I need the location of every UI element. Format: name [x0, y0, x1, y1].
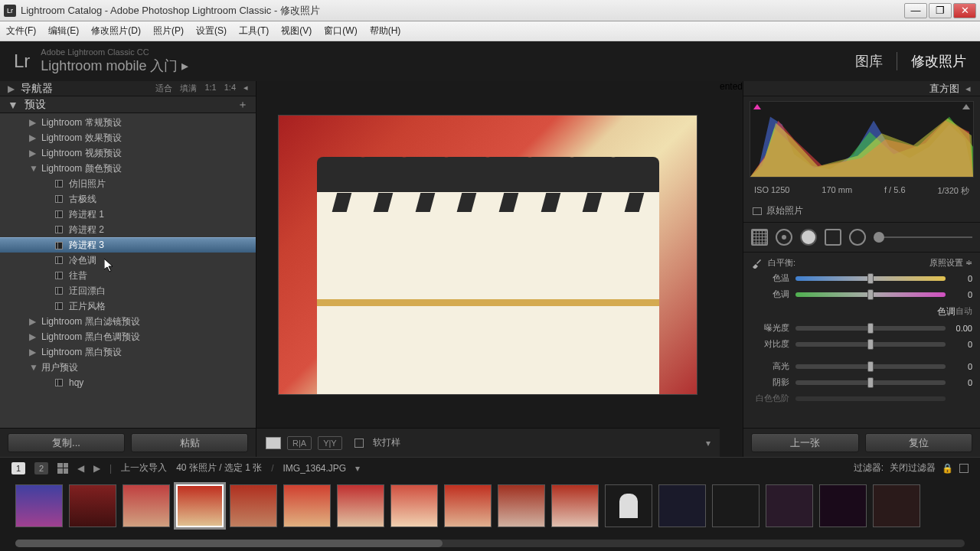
- previous-button[interactable]: 上一张: [751, 433, 859, 452]
- redeye-tool-icon[interactable]: [800, 229, 817, 246]
- close-button[interactable]: ✕: [953, 3, 976, 18]
- crop-tool-icon[interactable]: [751, 229, 768, 246]
- thumbnail[interactable]: [337, 484, 384, 527]
- preset-group-color[interactable]: ▼Lightroom 颜色预设: [0, 161, 256, 176]
- temperature-slider[interactable]: 色温 0: [751, 270, 972, 286]
- wb-dropdown[interactable]: 原照设置 ≑: [929, 257, 972, 269]
- graduated-filter-icon[interactable]: [825, 229, 841, 246]
- loupe-view-icon[interactable]: [266, 437, 281, 449]
- preset-cold-tone[interactable]: 冷色调: [0, 253, 256, 268]
- compare-before-after-icon[interactable]: R|A: [287, 436, 312, 450]
- preset-group-bw[interactable]: ▶Lightroom 黑白预设: [0, 344, 256, 360]
- tab-develop[interactable]: 修改照片: [911, 52, 966, 70]
- copy-button[interactable]: 复制...: [8, 433, 125, 452]
- preset-bleach-bypass[interactable]: 迂回漂白: [0, 283, 256, 298]
- zoom-dropdown-icon[interactable]: ◂: [243, 83, 248, 94]
- preset-cross-1[interactable]: 跨进程 1: [0, 207, 256, 222]
- contrast-slider[interactable]: 对比度 0: [751, 336, 972, 352]
- thumbnail[interactable]: [122, 484, 170, 527]
- maximize-button[interactable]: ❐: [929, 3, 952, 18]
- auto-tone-button[interactable]: 自动: [956, 305, 972, 318]
- source-label[interactable]: 上一次导入: [121, 461, 167, 474]
- navigator-expand-icon[interactable]: ▶: [8, 83, 15, 94]
- tint-slider[interactable]: 色调 0: [751, 286, 972, 302]
- nav-back-icon[interactable]: ◀: [77, 463, 84, 474]
- grid-view-icon[interactable]: [57, 463, 68, 474]
- zoom-fit[interactable]: 适合: [155, 83, 172, 94]
- thumbnail[interactable]: [766, 484, 813, 527]
- thumbnail[interactable]: [712, 484, 760, 527]
- menu-edit[interactable]: 编辑(E): [48, 24, 79, 37]
- preset-positive-film[interactable]: 正片风格: [0, 298, 256, 314]
- thumbnail-selected[interactable]: [176, 484, 224, 527]
- preset-polar[interactable]: 古极线: [0, 191, 256, 207]
- menu-photo[interactable]: 照片(P): [153, 24, 184, 37]
- compare-yy-icon[interactable]: Y|Y: [318, 436, 342, 450]
- preset-group-effect[interactable]: ▶Lightroom 效果预设: [0, 130, 256, 145]
- menu-tools[interactable]: 工具(T): [239, 24, 269, 37]
- navigator-title[interactable]: 导航器: [21, 82, 155, 96]
- thumbnail[interactable]: [69, 484, 116, 527]
- minimize-button[interactable]: —: [904, 3, 927, 18]
- thumbnail[interactable]: [873, 484, 920, 527]
- brush-size-slider[interactable]: [874, 236, 972, 238]
- thumbnail[interactable]: [283, 484, 331, 527]
- menu-file[interactable]: 文件(F): [6, 24, 36, 37]
- eyedropper-icon[interactable]: [751, 258, 762, 269]
- filter-value[interactable]: 关闭过滤器: [890, 461, 936, 474]
- brand-mobile[interactable]: Lightroom mobile 入门 ▸: [41, 57, 188, 75]
- preset-user-hqy[interactable]: hqy: [0, 375, 256, 390]
- thumbnail[interactable]: [819, 484, 867, 527]
- zoom-1-1[interactable]: 1:1: [204, 83, 216, 94]
- filter-toggle-icon[interactable]: [959, 464, 969, 473]
- preset-aged-photo[interactable]: 仿旧照片: [0, 176, 256, 191]
- thumbnail[interactable]: [230, 484, 277, 527]
- radial-filter-icon[interactable]: [849, 229, 866, 246]
- paste-button[interactable]: 粘贴: [131, 433, 248, 452]
- thumbnail[interactable]: [15, 484, 63, 527]
- exposure-slider[interactable]: 曝光度 0.00: [751, 320, 972, 336]
- thumbnail[interactable]: [605, 484, 652, 527]
- spot-removal-icon[interactable]: [776, 229, 792, 246]
- preset-group-bw-tone[interactable]: ▶Lightroom 黑白色调预设: [0, 329, 256, 344]
- tab-library[interactable]: 图库: [855, 52, 883, 70]
- screen-1-button[interactable]: 1: [11, 462, 25, 474]
- thumbnail[interactable]: [498, 484, 545, 527]
- menu-window[interactable]: 窗口(W): [324, 24, 357, 37]
- thumbnail[interactable]: [551, 484, 599, 527]
- toolbar-expand-icon[interactable]: ▾: [706, 438, 710, 448]
- preset-cross-2[interactable]: 跨进程 2: [0, 222, 256, 237]
- thumbnail[interactable]: [390, 484, 438, 527]
- screen-2-button[interactable]: 2: [34, 462, 48, 474]
- thumbnail[interactable]: [658, 484, 706, 527]
- menu-help[interactable]: 帮助(H): [370, 24, 401, 37]
- preset-group-user[interactable]: ▼用户预设: [0, 360, 256, 375]
- highlights-slider[interactable]: 高光 0: [751, 358, 972, 374]
- soft-proof-checkbox[interactable]: [354, 439, 364, 448]
- whites-slider[interactable]: 白色色阶: [751, 390, 972, 406]
- thumbnail[interactable]: [444, 484, 492, 527]
- original-photo-row[interactable]: 原始照片: [743, 200, 980, 223]
- menu-settings[interactable]: 设置(S): [196, 24, 227, 37]
- presets-add-icon[interactable]: ＋: [237, 98, 248, 112]
- zoom-fill[interactable]: 填满: [180, 83, 197, 94]
- image-viewer[interactable]: [256, 81, 720, 428]
- presets-header[interactable]: ▼ 预设 ＋: [0, 96, 256, 113]
- preset-group-video[interactable]: ▶Lightroom 视频预设: [0, 145, 256, 161]
- nav-forward-icon[interactable]: ▶: [93, 463, 100, 474]
- menu-develop[interactable]: 修改照片(D): [91, 24, 141, 37]
- histogram-header[interactable]: 直方图 ◂: [743, 81, 980, 96]
- menu-view[interactable]: 视图(V): [281, 24, 312, 37]
- zoom-1-4[interactable]: 1:4: [224, 83, 236, 94]
- histogram[interactable]: [750, 101, 974, 178]
- shadows-slider[interactable]: 阴影 0: [751, 374, 972, 390]
- histogram-collapse-icon[interactable]: ◂: [965, 83, 971, 94]
- preset-yesteryear[interactable]: 往昔: [0, 268, 256, 283]
- reset-button[interactable]: 复位: [865, 433, 973, 452]
- filter-lock-icon[interactable]: 🔒: [942, 463, 953, 474]
- preset-group-bw-filter[interactable]: ▶Lightroom 黑白滤镜预设: [0, 314, 256, 329]
- original-checkbox-icon[interactable]: [753, 207, 762, 215]
- preset-cross-3[interactable]: 跨进程 3: [0, 237, 256, 253]
- filename-dropdown-icon[interactable]: ▾: [355, 463, 360, 474]
- presets-expand-icon[interactable]: ▼: [8, 99, 18, 111]
